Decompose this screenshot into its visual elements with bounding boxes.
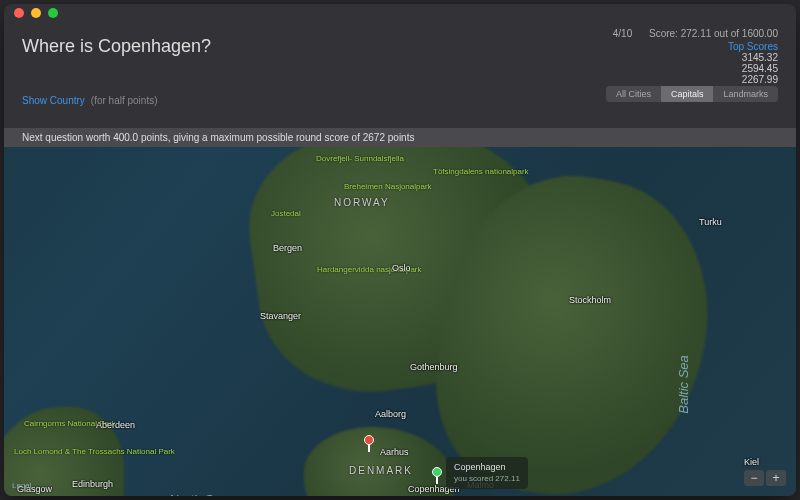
- tooltip-city: Copenhagen: [454, 462, 520, 474]
- guess-pin-icon: [364, 435, 374, 445]
- country-label-norway: NORWAY: [334, 197, 390, 208]
- zoom-controls: − +: [744, 470, 786, 486]
- status-bar: Next question worth 400.0 points, giving…: [4, 128, 796, 147]
- answer-pin-icon: [432, 467, 442, 477]
- tooltip-score: you scored 272.11: [454, 474, 520, 484]
- zoom-in-button[interactable]: +: [766, 470, 786, 486]
- city-label: Gothenburg: [410, 362, 458, 372]
- segment-capitals[interactable]: Capitals: [661, 86, 714, 102]
- top-scores-label: Top Scores: [613, 41, 778, 52]
- top-score-1: 3145.32: [613, 52, 778, 63]
- mode-segmented-control: All Cities Capitals Landmarks: [606, 86, 778, 102]
- segment-all-cities[interactable]: All Cities: [606, 86, 661, 102]
- city-label: Aalborg: [375, 409, 406, 419]
- park-label: Dovrefjell- Sunndalsfjella: [316, 154, 404, 163]
- country-label-denmark: DENMARK: [349, 465, 413, 476]
- city-label: Oslo: [392, 263, 411, 273]
- city-label: Bergen: [273, 243, 302, 253]
- city-label: Turku: [699, 217, 722, 227]
- answer-tooltip: Copenhagen you scored 272.11: [446, 457, 528, 489]
- app-window: Where is Copenhagen? 4/10 Score: 272.11 …: [4, 4, 796, 496]
- city-label: Aarhus: [380, 447, 409, 457]
- minimize-icon[interactable]: [31, 8, 41, 18]
- top-score-2: 2594.45: [613, 63, 778, 74]
- legal-link[interactable]: Legal: [12, 481, 32, 490]
- question-text: Where is Copenhagen?: [22, 36, 211, 57]
- city-label: Kiel: [744, 457, 759, 467]
- progress-counter: 4/10: [613, 28, 632, 39]
- sea-label-north-sea: North Sea: [169, 492, 228, 496]
- hint-note: (for half points): [91, 95, 158, 106]
- city-label: Edinburgh: [72, 479, 113, 489]
- show-country-link[interactable]: Show Country: [22, 95, 85, 106]
- zoom-out-button[interactable]: −: [744, 470, 764, 486]
- close-icon[interactable]: [14, 8, 24, 18]
- titlebar: [4, 4, 796, 22]
- map-view[interactable]: North Sea Baltic Sea NORWAY DENMARK Dovr…: [4, 147, 796, 496]
- city-label: Stavanger: [260, 311, 301, 321]
- segment-landmarks[interactable]: Landmarks: [713, 86, 778, 102]
- park-label: Töfsingdalens nationalpark: [433, 167, 529, 176]
- top-score-3: 2267.99: [613, 74, 778, 85]
- park-label: Breheimen Nasjonalpark: [344, 182, 432, 191]
- park-label: Loch Lomond & The Trossachs National Par…: [14, 447, 175, 456]
- city-label: Aberdeen: [96, 420, 135, 430]
- city-label: Stockholm: [569, 295, 611, 305]
- score-line: Score: 272.11 out of 1600.00: [649, 28, 778, 39]
- park-label: Jostedal: [271, 209, 301, 218]
- sea-label-baltic: Baltic Sea: [676, 355, 691, 414]
- fullscreen-icon[interactable]: [48, 8, 58, 18]
